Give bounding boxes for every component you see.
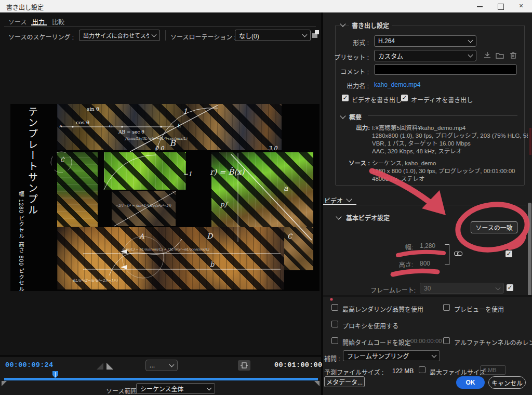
- use-proxies-checkbox[interactable]: [331, 321, 338, 327]
- tab-video[interactable]: ビデオ: [324, 196, 343, 205]
- summary-output-line: AAC, 320 Kbps, 48 kHz, ステレオ: [372, 147, 528, 155]
- comment-input[interactable]: [374, 64, 517, 75]
- summary-output-line: I:¥嘉穂第5回資料¥kaho_demo.mp4: [372, 123, 528, 131]
- link-bracket: [445, 244, 449, 265]
- import-preset-folder-icon[interactable]: [496, 51, 504, 60]
- options-divider: [323, 295, 532, 297]
- formula-text: Ĉ: [287, 233, 292, 240]
- window-title: 書き出し設定: [6, 3, 44, 11]
- source-range-dropdown[interactable]: シーケンス全体: [136, 383, 215, 394]
- alpha-only-checkbox[interactable]: [443, 337, 450, 344]
- chevron-down-icon: [468, 38, 473, 43]
- summary-source-line: 48000 Hz, ステレオ: [372, 174, 528, 182]
- close-icon[interactable]: ×: [519, 2, 523, 10]
- summary-output-line: 1280x800 (1.0), 30 fps, プログレッシブ, 203 (75…: [372, 131, 528, 139]
- interpolation-label: 補間 :: [324, 354, 340, 363]
- ok-button[interactable]: OK: [456, 376, 485, 389]
- format-label: 形式 :: [322, 38, 369, 47]
- framerate-dropdown[interactable]: 30: [420, 283, 504, 294]
- video-preview: テンプレートサンプル 幅 1280 ピクセル 高さ 800 ピクセル sin θ…: [10, 104, 320, 291]
- preview-title-text: テンプレートサンプル: [25, 107, 39, 216]
- formula-text: 3.0: [268, 145, 277, 152]
- scrollbar-thumb[interactable]: [528, 203, 531, 296]
- width-label: 幅:: [364, 242, 413, 251]
- tab-compare[interactable]: 比較: [52, 17, 64, 26]
- export-video-label: ビデオを書き出し: [352, 95, 402, 104]
- output-name-link[interactable]: kaho_demo.mp4: [374, 81, 420, 88]
- formula-text: C: [109, 124, 112, 128]
- summary-output-line: VBR, 1 パス, ターゲット 16.00 Mbps: [372, 139, 528, 147]
- estimated-size-label: 予測ファイルサイズ :: [324, 367, 383, 376]
- metadata-button[interactable]: メタデータ...: [324, 376, 365, 387]
- link-dimensions-icon2: [457, 252, 462, 256]
- timeline-range-bar[interactable]: [4, 378, 318, 380]
- interpolation-dropdown[interactable]: フレームサンプリング: [343, 350, 440, 361]
- formula-text: D: [207, 232, 212, 240]
- start-timecode-label: 開始タイムコードを設定: [342, 338, 411, 347]
- chevron-down-icon: [432, 352, 437, 358]
- formula-text: cos θ: [76, 120, 89, 125]
- save-preset-icon[interactable]: [483, 51, 491, 60]
- formula-text: AB = sec θ: [118, 129, 144, 135]
- chevron-down-icon: [169, 362, 175, 367]
- preset-label: プリセット :: [322, 52, 369, 61]
- start-timecode-value: 00:00:00:00: [410, 338, 442, 344]
- summary-source-label: ソース :: [322, 159, 370, 167]
- cancel-button[interactable]: キャンセル: [488, 376, 526, 389]
- chevron-down-icon: [468, 52, 473, 58]
- max-size-checkbox[interactable]: [419, 366, 425, 373]
- framerate-checkbox[interactable]: [507, 284, 513, 291]
- source-scaling-dropdown[interactable]: 出力サイズに合わせてスケ...: [79, 30, 160, 41]
- formula-text: 1: [183, 107, 188, 115]
- format-dropdown[interactable]: H.264: [374, 35, 476, 47]
- maximize-icon[interactable]: [498, 4, 504, 10]
- formula-text: A: [59, 124, 62, 128]
- timeline-options-dropdown[interactable]: ...: [145, 360, 178, 371]
- export-settings-title: 書き出し設定: [349, 21, 392, 30]
- source-scaling-label: ソースのスケーリング :: [8, 32, 74, 41]
- summary-title: 概要: [349, 112, 362, 121]
- current-timecode: 00:00:09:24: [5, 361, 53, 369]
- tab-source[interactable]: ソース: [8, 17, 26, 26]
- title-bar: 書き出し設定 ×: [0, 0, 532, 12]
- preset-dropdown[interactable]: カスタム: [374, 50, 476, 61]
- formula-text: ∫(nπx/L)·(3L²π²x²−6L²)·cos(nπx/L): [125, 137, 187, 141]
- formula-text: 0.0: [155, 145, 164, 152]
- delete-preset-trash-icon[interactable]: [509, 51, 517, 59]
- height-label: 高さ:: [364, 260, 413, 269]
- max-quality-checkbox[interactable]: [331, 304, 338, 311]
- use-previews-checkbox[interactable]: [443, 304, 450, 311]
- estimated-size-value: 122 MB: [392, 367, 414, 375]
- output-name-label: 出力名 :: [322, 81, 369, 90]
- preview-caption-text: 幅 1280 ピクセル 高さ 800 ピクセル: [18, 191, 25, 291]
- chevron-down-icon: [302, 32, 308, 37]
- summary-output-label: 出力:: [322, 123, 370, 131]
- video-tab-divider: [323, 205, 526, 205]
- export-video-checkbox[interactable]: [342, 95, 349, 101]
- formula-text: a: [284, 184, 288, 192]
- fit-to-frame-button[interactable]: [238, 360, 250, 371]
- alpha-only-label: アルファチャンネルのみレンダリ: [454, 338, 532, 347]
- formula-text: p∫: [220, 201, 228, 208]
- formula-text: Ĉ: [60, 157, 64, 163]
- export-audio-checkbox[interactable]: [401, 95, 408, 101]
- export-audio-label: オーディオを書き出し: [411, 95, 473, 104]
- source-rotation-dropdown[interactable]: なし(0): [235, 30, 311, 41]
- max-quality-label: 最高レンダリング品質を使用: [342, 305, 423, 313]
- formula-text: sin θ: [87, 106, 99, 112]
- export-settings-dialog: 書き出し設定 × ソース 出力 比較 ソースのスケーリング : 出力サイズに合わ…: [0, 0, 532, 395]
- use-previews-label: プレビューを使用: [454, 305, 504, 313]
- duration-timecode: 00:01:00:00: [274, 361, 322, 369]
- formula-text: b: [210, 260, 214, 268]
- dimensions-checkbox[interactable]: [506, 251, 512, 257]
- start-timecode-checkbox[interactable]: [331, 337, 338, 344]
- match-source-button[interactable]: ソースの一致: [471, 221, 517, 233]
- comment-label: コメント :: [322, 67, 369, 76]
- minimize-icon[interactable]: [477, 6, 483, 7]
- formula-text: (nπx/L) − 6L²sin(nπx/L) + (3L²π²x²−6L²)c…: [122, 247, 209, 252]
- chevron-down-icon: [207, 385, 212, 390]
- summary-divider: [368, 115, 517, 116]
- toolbar-divider: [165, 30, 166, 41]
- max-size-input[interactable]: 0 MB: [480, 365, 506, 375]
- chevron-down-icon: [152, 32, 157, 37]
